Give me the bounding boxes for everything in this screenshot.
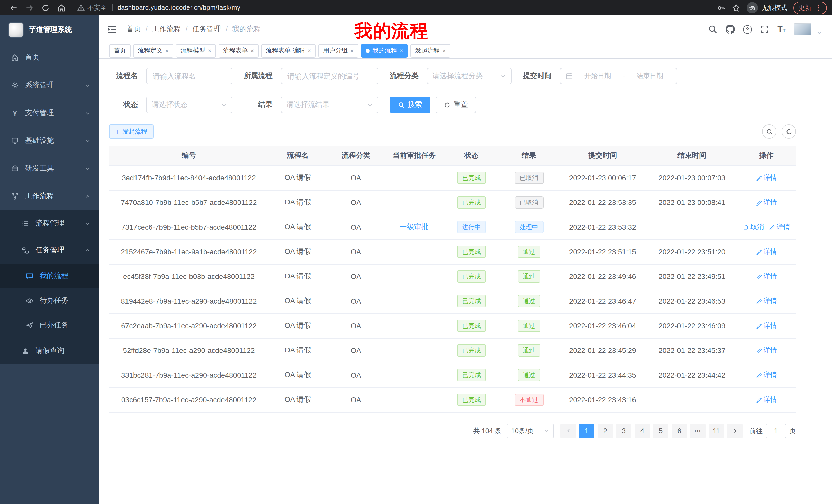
category-select[interactable]: 请选择流程分类 [427, 68, 512, 84]
user-avatar[interactable] [794, 23, 811, 35]
key-icon[interactable] [717, 3, 726, 12]
app-logo-row[interactable]: 芋道管理系统 [0, 16, 99, 44]
status-cell: 已完成 [443, 387, 500, 412]
avatar-caret-icon[interactable] [816, 30, 822, 35]
close-icon[interactable]: × [251, 48, 254, 54]
col-current-task: 当前审批任务 [385, 146, 443, 165]
status-cell: 已完成 [443, 289, 500, 313]
refresh-icon [785, 128, 792, 135]
sidebar-item-done-tasks[interactable]: 已办任务 [0, 313, 99, 338]
update-button[interactable]: 更新 [794, 1, 827, 14]
breadcrumb-task-mgmt[interactable]: 任务管理 [181, 25, 221, 34]
address-bar[interactable]: dashboard.yudao.iocoder.cn/bpm/task/my [118, 4, 240, 11]
process-name-input[interactable] [146, 68, 232, 84]
toggle-search-button[interactable] [762, 124, 777, 139]
result-cell: 通过 [500, 264, 558, 289]
refresh-table-button[interactable] [782, 124, 796, 139]
security-indicator[interactable]: 不安全 [77, 3, 107, 12]
status-cell: 已完成 [443, 338, 500, 363]
result-cell: 不通过 [500, 387, 558, 412]
breadcrumb-workflow[interactable]: 工作流程 [141, 25, 181, 34]
page-button[interactable]: 5 [653, 424, 669, 438]
breadcrumb-home[interactable]: 首页 [127, 25, 141, 34]
search-icon[interactable] [708, 25, 717, 34]
search-button[interactable]: 搜索 [390, 96, 431, 113]
tab-process-form-edit[interactable]: 流程表单-编辑× [261, 44, 316, 57]
menu-dots-icon[interactable] [815, 4, 822, 11]
detail-button[interactable]: 详情 [756, 346, 777, 355]
sidebar-item-home[interactable]: 首页 [0, 44, 99, 72]
page-button[interactable]: 6 [672, 424, 687, 438]
process-category-cell: OA [327, 190, 385, 215]
page-button[interactable]: 11 [709, 424, 724, 438]
tab-process-model[interactable]: 流程模型× [176, 44, 216, 57]
goto-label: 前往 [749, 426, 762, 436]
reset-button[interactable]: 重置 [436, 96, 476, 113]
detail-button[interactable]: 详情 [756, 272, 777, 281]
reload-icon[interactable] [41, 3, 50, 12]
detail-button[interactable]: 详情 [756, 321, 777, 330]
tab-process-definition[interactable]: 流程定义× [133, 44, 173, 57]
tab-my-process[interactable]: 我的流程× [361, 44, 408, 57]
sidebar-item-process-mgmt[interactable]: 流程管理 [0, 210, 99, 237]
close-icon[interactable]: × [350, 48, 354, 54]
date-range-picker[interactable]: 开始日期 - 结束日期 [560, 68, 677, 84]
back-icon[interactable] [9, 3, 18, 12]
sidebar-item-payment[interactable]: ¥ 支付管理 [0, 99, 99, 127]
collapse-sidebar-icon[interactable] [107, 24, 117, 34]
page-button[interactable]: 4 [634, 424, 650, 438]
close-icon[interactable]: × [399, 48, 403, 54]
close-icon[interactable]: × [165, 48, 169, 54]
status-select[interactable]: 请选择状态 [146, 96, 232, 113]
page-button[interactable]: 2 [598, 424, 613, 438]
end-time-cell: 2022-01-22 23:44:42 [647, 363, 737, 387]
more-pages-button[interactable]: ••• [690, 424, 705, 438]
process-def-input[interactable] [281, 68, 379, 84]
help-icon[interactable]: ? [743, 25, 752, 34]
home-icon[interactable] [57, 3, 66, 12]
fullscreen-icon[interactable] [760, 25, 769, 34]
result-select[interactable]: 请选择流结果 [281, 96, 379, 113]
sidebar-item-devtools[interactable]: 研发工具 [0, 155, 99, 183]
start-process-button[interactable]: + 发起流程 [109, 124, 154, 139]
tab-process-form[interactable]: 流程表单× [218, 44, 259, 57]
sidebar-item-task-mgmt[interactable]: 任务管理 [0, 237, 99, 263]
detail-button[interactable]: 详情 [756, 395, 777, 404]
detail-button[interactable]: 详情 [756, 297, 777, 306]
page-button[interactable]: 3 [616, 424, 631, 438]
github-icon[interactable] [726, 25, 735, 34]
tab-start-process[interactable]: 发起流程× [410, 44, 450, 57]
app-title: 芋道管理系统 [29, 25, 72, 34]
sidebar-item-workflow[interactable]: 工作流程 [0, 183, 99, 210]
close-icon[interactable]: × [208, 48, 211, 54]
page-button[interactable]: 1 [579, 424, 594, 438]
forward-icon[interactable] [25, 3, 34, 12]
sidebar-item-system[interactable]: 系统管理 [0, 72, 99, 99]
current-task-link[interactable]: 一级审批 [400, 222, 428, 231]
detail-button[interactable]: 详情 [756, 173, 777, 183]
tab-home[interactable]: 首页 [109, 44, 131, 57]
close-icon[interactable]: × [442, 48, 446, 54]
next-page-button[interactable] [727, 424, 743, 438]
font-size-icon[interactable]: TT [778, 25, 786, 33]
close-icon[interactable]: × [308, 48, 311, 54]
bookmark-star-icon[interactable] [732, 3, 740, 12]
divider [112, 4, 112, 11]
page-size-select[interactable]: 10条/页 [506, 424, 554, 438]
search-icon [398, 102, 405, 108]
prev-page-button[interactable] [561, 424, 576, 438]
sidebar-item-todo-tasks[interactable]: 待办任务 [0, 288, 99, 313]
sidebar-item-my-process[interactable]: 我的流程 [0, 263, 99, 288]
workflow-icon [10, 192, 20, 200]
table-row: 7470a810-7b9b-11ec-b5b7-acde48001122 OA … [109, 190, 796, 215]
sidebar-item-infra[interactable]: 基础设施 [0, 127, 99, 155]
tab-user-group[interactable]: 用户分组× [318, 44, 358, 57]
detail-button[interactable]: 详情 [769, 222, 790, 232]
detail-button[interactable]: 详情 [756, 198, 777, 207]
chevron-left-icon [565, 428, 571, 433]
goto-page-input[interactable] [766, 424, 786, 438]
detail-button[interactable]: 详情 [756, 370, 777, 380]
cancel-button[interactable]: 取消 [743, 222, 764, 232]
sidebar-item-leave-query[interactable]: 请假查询 [0, 338, 99, 364]
detail-button[interactable]: 详情 [756, 247, 777, 256]
